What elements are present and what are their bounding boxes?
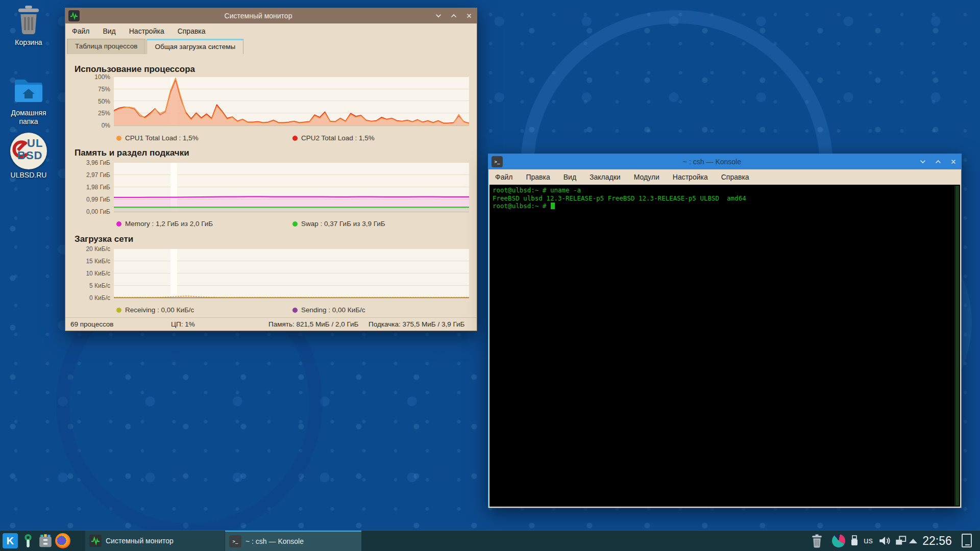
system-settings-icon[interactable] [20,533,36,548]
clock[interactable]: 22:56 [921,531,953,551]
cpu-section-heading: Использование процессора [75,64,195,74]
legend-label: Receiving : 0,00 КиБ/с [125,306,194,314]
kde-menu-icon[interactable]: K [3,533,18,548]
konsole-menubar: ФайлПравкаВидЗакладкиМодулиНастройкаСпра… [488,169,961,185]
legend-item: Swap : 0,37 ГиБ из 3,9 ГиБ [292,220,385,228]
taskbar: K Системный монитор >_ ~ : csh — Konsole [0,530,980,551]
legend-dot [292,136,298,141]
menu-item[interactable]: Настройка [666,169,715,185]
terminal-cursor [551,203,555,209]
legend-dot [116,136,121,141]
legend-dot [292,221,298,227]
desktop-icon-label: ULBSD.RU [5,171,52,180]
window-title: ~ : csh — Konsole [509,154,915,169]
legend-item: CPU2 Total Load : 1,5% [292,134,375,142]
firefox-icon[interactable] [55,533,70,548]
system-monitor-window: Системный монитор ФайлВидНастройкаСправк… [65,8,477,331]
cpu-axis-ticks: 100%75%50%25%0% [65,77,110,126]
system-monitor-statusbar: 69 процессов ЦП: 1% Память: 821,5 МиБ / … [65,317,477,331]
axis-tick: 5 КиБ/с [89,282,110,289]
minimize-icon[interactable] [919,158,926,165]
trash-icon[interactable] [811,534,823,550]
legend-label: Memory : 1,2 ГиБ из 2,0 ГиБ [125,220,213,228]
menu-item[interactable]: Закладки [583,169,627,185]
system-monitor-app-icon [68,10,80,21]
scrollbar-handle[interactable] [955,186,959,506]
maximize-icon[interactable] [450,12,457,19]
desktop-icon-trash[interactable]: Корзина [5,5,52,47]
konsole-app-icon: >_ [492,156,503,167]
konsole-titlebar[interactable]: >_ ~ : csh — Konsole [488,154,961,169]
tab-process-table[interactable]: Таблица процессов [67,39,145,54]
clipboard-icon[interactable] [894,534,908,549]
volume-icon[interactable] [878,534,891,549]
axis-tick: 0 КиБ/с [89,294,110,302]
status-cpu: ЦП: 1% [171,318,195,331]
file-manager-icon[interactable] [38,533,53,548]
menu-item[interactable]: Файл [65,23,96,39]
legend-item: CPU1 Total Load : 1,5% [116,134,199,142]
app-logo-icon[interactable] [832,534,845,547]
axis-tick: 100% [94,73,110,81]
menu-item[interactable]: Справка [171,23,212,39]
menu-item[interactable]: Настройка [122,23,171,39]
expand-tray-icon[interactable] [909,534,917,543]
home-folder-icon [12,77,45,105]
axis-tick: 50% [98,98,110,105]
terminal-area[interactable]: root@ulbsd:~ # uname -aFreeBSD ulbsd 12.… [489,185,960,507]
ulbsd-logo-icon: UL BSD [10,133,47,169]
axis-tick: 25% [98,110,110,117]
menu-item[interactable]: Правка [519,169,556,185]
axis-tick: 75% [98,86,110,93]
legend-item: Memory : 1,2 ГиБ из 2,0 ГиБ [116,220,213,228]
terminal-output: root@ulbsd:~ # uname -aFreeBSD ulbsd 12.… [489,185,960,210]
network-axis-ticks: 20 КиБ/с15 КиБ/с10 КиБ/с5 КиБ/с0 КиБ/с [65,249,110,298]
status-swap: Подкачка: 375,5 МиБ / 3,9 ГиБ [369,318,464,331]
show-desktop-icon[interactable] [962,534,972,547]
maximize-icon[interactable] [935,158,942,165]
close-icon[interactable] [465,12,473,19]
network-section-heading: Загрузка сети [75,234,133,244]
network-load-chart [114,249,469,298]
menu-item[interactable]: Вид [96,23,122,39]
removable-device-icon[interactable] [849,535,860,549]
ulbsd-badge-bottom: BSD [17,149,42,162]
memory-legend: Memory : 1,2 ГиБ из 2,0 ГиБSwap : 0,37 Г… [114,220,471,229]
status-memory: Память: 821,5 МиБ / 2,0 ГиБ [268,318,358,331]
menu-item[interactable]: Файл [488,169,519,185]
cpu-usage-chart [114,77,469,126]
menu-item[interactable]: Модули [627,169,666,185]
terminal-line: root@ulbsd:~ # uname -a [489,186,960,194]
taskbar-task-system-monitor[interactable]: Системный монитор [85,531,225,551]
menu-item[interactable]: Справка [715,169,756,185]
keyboard-layout[interactable]: us [864,534,873,547]
axis-tick: 0,00 ГиБ [86,208,110,215]
terminal-scrollbar[interactable] [954,185,960,506]
desktop-icon-home[interactable]: Домашняя папка [5,77,52,126]
system-monitor-app-icon [89,535,102,547]
status-process-count: 69 процессов [70,318,114,331]
axis-tick: 1,98 ГиБ [86,184,110,191]
close-icon[interactable] [950,158,957,165]
legend-label: Sending : 0,00 КиБ/с [301,306,365,314]
legend-item: Receiving : 0,00 КиБ/с [116,306,194,314]
desktop-icon-label: Корзина [5,38,52,47]
desktop-icon-ulbsd[interactable]: UL BSD ULBSD.RU [5,133,52,180]
memory-axis-ticks: 3,96 ГиБ2,97 ГиБ1,98 ГиБ0,99 ГиБ0,00 ГиБ [65,163,110,212]
konsole-window: >_ ~ : csh — Konsole ФайлПравкаВидЗаклад… [488,154,962,508]
memory-section-heading: Память и раздел подкачки [75,148,189,158]
menu-item[interactable]: Вид [557,169,583,185]
cpu-legend: CPU1 Total Load : 1,5%CPU2 Total Load : … [114,134,471,143]
trash-icon [15,5,42,35]
memory-swap-chart [114,163,469,212]
task-label: ~ : csh — Konsole [246,537,304,545]
minimize-icon[interactable] [435,12,442,19]
tab-system-load[interactable]: Общая загрузка системы [146,39,243,54]
legend-item: Sending : 0,00 КиБ/с [292,306,365,314]
system-monitor-titlebar[interactable]: Системный монитор [65,8,477,23]
taskbar-task-konsole[interactable]: >_ ~ : csh — Konsole [225,531,361,551]
legend-label: CPU1 Total Load : 1,5% [125,134,199,142]
legend-label: CPU2 Total Load : 1,5% [301,134,375,142]
axis-tick: 2,97 ГиБ [86,171,110,179]
axis-tick: 0,99 ГиБ [86,196,110,203]
